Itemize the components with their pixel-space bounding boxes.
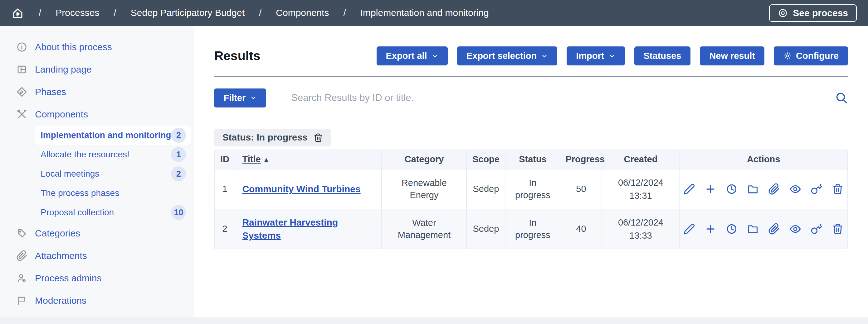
sidebar-item-components[interactable]: Components: [0, 103, 194, 125]
permissions-key-icon[interactable]: [811, 183, 823, 195]
subitem-label: Allocate the resources!: [40, 149, 129, 160]
chevron-down-icon: [250, 95, 257, 101]
breadcrumb-item-process[interactable]: Sedep Participatory Budget: [131, 6, 245, 19]
sidebar-item-label: Categories: [35, 227, 80, 240]
column-header-scope: Scope: [466, 150, 505, 169]
phases-diamond-icon: [16, 86, 27, 98]
export-all-button[interactable]: Export all: [377, 46, 448, 65]
sidebar-item-label: Components: [35, 108, 88, 121]
sidebar-item-process-admins[interactable]: Process admins: [0, 267, 194, 289]
cell-progress: 40: [560, 209, 602, 249]
export-selection-button[interactable]: Export selection: [457, 46, 558, 65]
chevron-down-icon: [609, 52, 616, 60]
delete-trash-icon[interactable]: [832, 183, 844, 195]
column-header-status: Status: [505, 150, 560, 169]
see-process-button[interactable]: See process: [769, 4, 857, 22]
attachments-paperclip-icon[interactable]: [768, 223, 780, 235]
folder-icon[interactable]: [747, 223, 759, 235]
cell-created: 06/12/2024 13:33: [602, 209, 679, 249]
delete-trash-icon[interactable]: [832, 223, 844, 235]
tools-icon: [16, 109, 27, 120]
table-header-row: ID Title▲ Category Scope Status Progress…: [214, 150, 848, 169]
result-title-link[interactable]: Community Wind Turbines: [242, 183, 360, 196]
edit-pencil-icon[interactable]: [683, 183, 695, 195]
cell-category: Water Management: [381, 209, 466, 249]
filter-row: Filter: [214, 88, 848, 107]
sidebar-item-categories[interactable]: Categories: [0, 222, 194, 245]
button-label: Export all: [386, 51, 427, 61]
sidebar-subitem-process-phases[interactable]: The process phases: [35, 183, 191, 203]
new-result-button[interactable]: New result: [700, 46, 765, 65]
chevron-down-icon: [541, 52, 548, 60]
chevron-down-icon: [432, 52, 438, 60]
topbar: / Processes / Sedep Participatory Budget…: [0, 0, 868, 26]
sort-by-title-link[interactable]: Title: [242, 154, 260, 164]
count-badge: 2: [171, 128, 186, 143]
column-header-id: ID: [214, 150, 235, 169]
subitem-label: Local meetings: [40, 168, 99, 180]
add-plus-icon[interactable]: [705, 183, 716, 195]
sidebar: About this process Landing page Phases: [0, 26, 194, 318]
sidebar-item-phases[interactable]: Phases: [0, 81, 194, 103]
count-badge: 2: [171, 166, 186, 181]
cell-progress: 50: [560, 169, 602, 209]
attachments-paperclip-icon[interactable]: [768, 183, 780, 195]
sidebar-subitem-local-meetings[interactable]: Local meetings 2: [35, 164, 191, 183]
cell-status: In progress: [505, 209, 560, 249]
sidebar-item-attachments[interactable]: Attachments: [0, 245, 194, 267]
preview-eye-icon[interactable]: [789, 223, 801, 235]
header-divider: [214, 76, 848, 77]
page-title: Results: [214, 47, 260, 65]
breadcrumb-separator: /: [343, 6, 346, 19]
add-plus-icon[interactable]: [705, 223, 716, 235]
button-label: Statuses: [644, 51, 681, 61]
sidebar-item-label: Landing page: [35, 63, 92, 76]
history-clock-icon[interactable]: [726, 183, 738, 195]
eye-icon: [778, 8, 788, 18]
table-row: 1 Community Wind Turbines Renewable Ener…: [214, 169, 848, 209]
column-header-actions: Actions: [679, 150, 848, 169]
edit-pencil-icon[interactable]: [683, 223, 695, 235]
breadcrumb-item-processes[interactable]: Processes: [56, 6, 99, 19]
import-button[interactable]: Import: [567, 46, 625, 65]
cell-id: 2: [214, 209, 235, 249]
sidebar-subitem-allocate-resources[interactable]: Allocate the resources! 1: [35, 145, 191, 164]
subitem-label: Proposal collection: [40, 207, 114, 218]
count-badge: 1: [171, 147, 186, 162]
home-icon[interactable]: [11, 6, 24, 20]
preview-eye-icon[interactable]: [789, 183, 801, 195]
user-settings-icon: [16, 273, 27, 284]
breadcrumb-separator: /: [114, 6, 116, 19]
permissions-key-icon[interactable]: [811, 223, 823, 235]
sidebar-subitem-implementation-monitoring[interactable]: Implementation and monitoring 2: [35, 125, 191, 145]
see-process-label: See process: [793, 8, 848, 19]
statuses-button[interactable]: Statuses: [634, 46, 691, 65]
breadcrumb-item-components[interactable]: Components: [276, 6, 329, 19]
sidebar-item-label: Moderations: [35, 294, 86, 307]
sidebar-subitem-proposal-collection[interactable]: Proposal collection 10: [35, 203, 191, 222]
column-header-title[interactable]: Title▲: [235, 150, 381, 169]
result-title-link[interactable]: Rainwater Harvesting Systems: [242, 216, 374, 242]
sidebar-item-moderations[interactable]: Moderations: [0, 289, 194, 312]
folder-icon[interactable]: [747, 183, 759, 195]
layout-grid-icon: [16, 64, 27, 75]
sidebar-item-landing-page[interactable]: Landing page: [0, 58, 194, 81]
search-icon[interactable]: [835, 91, 848, 104]
configure-button[interactable]: Configure: [774, 46, 848, 65]
cell-status: In progress: [505, 169, 560, 209]
results-table: ID Title▲ Category Scope Status Progress…: [214, 149, 848, 249]
remove-filter-trash-icon[interactable]: [313, 133, 323, 143]
cell-created: 06/12/2024 13:31: [602, 169, 679, 209]
admin-app: / Processes / Sedep Participatory Budget…: [0, 0, 868, 318]
cell-id: 1: [214, 169, 235, 209]
column-header-created: Created: [602, 150, 679, 169]
sidebar-item-about[interactable]: About this process: [0, 36, 194, 58]
sidebar-item-label: Phases: [35, 86, 66, 99]
history-clock-icon[interactable]: [726, 223, 738, 235]
filter-button[interactable]: Filter: [214, 88, 266, 107]
breadcrumb-item-current[interactable]: Implementation and monitoring: [360, 6, 489, 19]
table-row: 2 Rainwater Harvesting Systems Water Man…: [214, 209, 848, 249]
search-input[interactable]: [290, 92, 829, 104]
cell-scope: Sedep: [466, 169, 505, 209]
button-label: Configure: [796, 51, 839, 61]
